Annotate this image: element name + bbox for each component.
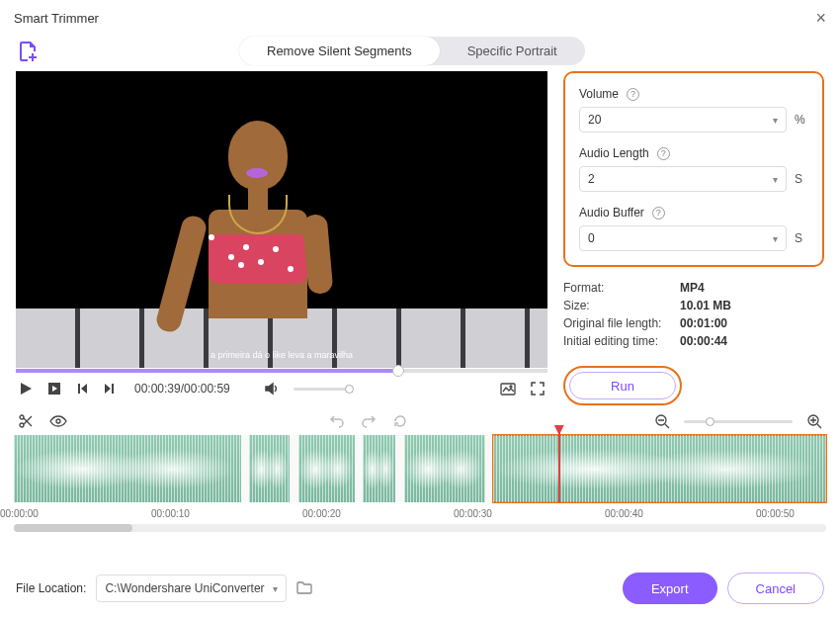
- window-title: Smart Trimmer: [14, 11, 99, 26]
- waveform-segment[interactable]: [493, 435, 826, 502]
- close-icon[interactable]: ×: [815, 8, 826, 29]
- audio-buffer-label: Audio Buffer: [579, 206, 644, 220]
- file-location-select[interactable]: C:\Wondershare UniConverter▾: [96, 574, 286, 602]
- timeline-scrollbar[interactable]: [14, 524, 826, 532]
- svg-point-3: [20, 423, 24, 427]
- waveform-segment[interactable]: [14, 435, 241, 502]
- timecode: 00:00:39/00:00:59: [134, 382, 230, 396]
- redo-icon[interactable]: [361, 413, 377, 429]
- seek-bar[interactable]: [16, 369, 547, 373]
- prev-frame-icon[interactable]: [75, 382, 89, 396]
- audio-length-unit: S: [795, 172, 808, 186]
- cancel-button[interactable]: Cancel: [727, 573, 824, 604]
- tab-remove-silent[interactable]: Remove Silent Segments: [239, 37, 440, 65]
- time-ruler: 00:00:0000:00:1000:00:2000:00:3000:00:40…: [0, 502, 840, 522]
- export-button[interactable]: Export: [623, 573, 717, 604]
- audio-length-label: Audio Length: [579, 146, 649, 160]
- svg-point-4: [20, 415, 24, 419]
- audio-length-select[interactable]: 2▾: [579, 166, 787, 192]
- svg-point-2: [510, 386, 512, 388]
- audio-buffer-select[interactable]: 0▾: [579, 225, 787, 251]
- size-label: Size:: [563, 299, 672, 312]
- open-folder-icon[interactable]: [296, 580, 312, 597]
- audio-buffer-unit: S: [795, 231, 808, 245]
- settings-panel: Volume? 20▾ % Audio Length? 2▾ S Audio B…: [563, 71, 824, 267]
- mode-tabs: Remove Silent Segments Specific Portrait: [239, 37, 585, 65]
- waveform-timeline[interactable]: [14, 435, 826, 502]
- help-icon[interactable]: ?: [657, 147, 670, 160]
- help-icon[interactable]: ?: [652, 207, 665, 220]
- ruler-tick: 00:00:50: [756, 508, 795, 519]
- volume-label: Volume: [579, 87, 619, 101]
- cut-icon[interactable]: [18, 413, 34, 429]
- chevron-down-icon: ▾: [773, 233, 778, 244]
- ruler-tick: 00:00:10: [151, 508, 190, 519]
- init-edit-value: 00:00:44: [680, 334, 727, 348]
- tab-specific-portrait[interactable]: Specific Portrait: [440, 37, 585, 65]
- chevron-down-icon: ▾: [273, 583, 278, 594]
- playhead[interactable]: [558, 429, 560, 502]
- zoom-in-icon[interactable]: [806, 413, 822, 429]
- volume-select[interactable]: 20▾: [579, 107, 787, 132]
- add-file-icon[interactable]: [16, 40, 40, 63]
- waveform-segment[interactable]: [363, 435, 395, 502]
- svg-point-5: [56, 419, 60, 423]
- waveform-segment[interactable]: [249, 435, 290, 502]
- help-icon[interactable]: ?: [627, 88, 639, 101]
- format-value: MP4: [680, 281, 705, 295]
- ruler-tick: 00:00:40: [605, 508, 643, 519]
- undo-icon[interactable]: [329, 413, 345, 429]
- preview-eye-icon[interactable]: [49, 413, 67, 429]
- init-edit-label: Initial editing time:: [563, 334, 672, 348]
- subtitle-text: a primeira dá o like leva a maravilha: [16, 350, 547, 360]
- ruler-tick: 00:00:30: [454, 508, 492, 519]
- waveform-segment[interactable]: [298, 435, 356, 502]
- format-label: Format:: [563, 281, 672, 295]
- play-icon[interactable]: [18, 381, 34, 397]
- meta-info: Format:MP4 Size:10.01 MB Original file l…: [563, 279, 824, 350]
- run-button[interactable]: Run: [569, 372, 676, 399]
- stop-icon[interactable]: [47, 382, 61, 396]
- next-frame-icon[interactable]: [103, 382, 117, 396]
- volume-slider[interactable]: [294, 388, 353, 391]
- chevron-down-icon: ▾: [773, 174, 778, 185]
- volume-icon[interactable]: [264, 381, 280, 397]
- volume-unit: %: [795, 113, 808, 127]
- waveform-segment[interactable]: [404, 435, 485, 502]
- ruler-tick: 00:00:20: [302, 508, 341, 519]
- fullscreen-icon[interactable]: [530, 381, 546, 397]
- size-value: 10.01 MB: [680, 299, 731, 312]
- chevron-down-icon: ▾: [773, 115, 778, 126]
- file-location-label: File Location:: [16, 581, 86, 595]
- orig-len-label: Original file length:: [563, 316, 672, 330]
- snapshot-icon[interactable]: [500, 381, 516, 397]
- zoom-slider[interactable]: [684, 420, 793, 423]
- zoom-out-icon[interactable]: [654, 413, 670, 429]
- orig-len-value: 00:01:00: [680, 316, 727, 330]
- video-preview[interactable]: a primeira dá o like leva a maravilha: [16, 71, 547, 368]
- ruler-tick: 00:00:00: [0, 508, 39, 519]
- reset-icon[interactable]: [392, 413, 408, 429]
